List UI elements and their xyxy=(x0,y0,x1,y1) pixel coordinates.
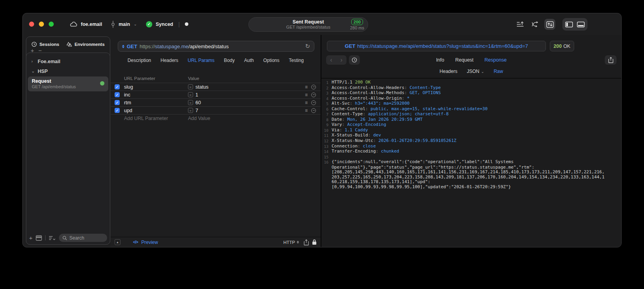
param-value[interactable]: 7 xyxy=(195,108,198,113)
line-number xyxy=(321,170,332,175)
group-foe-email[interactable]: › Foe.email xyxy=(26,56,110,66)
code-segment: Content-Type xyxy=(332,111,363,116)
request-url-bar[interactable]: GET https://statuspage.me/api/embed/stat… xyxy=(118,41,314,52)
response-tab-info[interactable]: Info xyxy=(436,57,444,63)
response-tab-request[interactable]: Request xyxy=(455,57,474,63)
url-host: statuspage.me xyxy=(155,44,188,49)
param-checkbox[interactable]: ✓ xyxy=(115,100,120,105)
tab-options[interactable]: Options xyxy=(263,58,279,63)
add-request-button[interactable]: + xyxy=(31,47,34,53)
param-name[interactable]: inc xyxy=(124,92,188,98)
minimize-window-button[interactable] xyxy=(39,22,44,27)
code-segment: : xyxy=(365,106,370,111)
response-subtab-raw[interactable]: Raw xyxy=(494,69,503,74)
tab-description[interactable]: Description xyxy=(128,58,151,63)
code-segment: Alt-Svc xyxy=(332,101,350,106)
sync-panel-button[interactable] xyxy=(544,19,555,30)
response-line: 8Date: Mon, 26 Jan 2026 20:29:59 GMT xyxy=(321,117,621,123)
param-checkbox[interactable]: ✓ xyxy=(115,108,120,113)
row-format-icon[interactable]: ≡ xyxy=(305,93,308,97)
collapse-panel-button[interactable]: ▲ xyxy=(115,239,120,245)
remove-row-icon[interactable] xyxy=(311,100,316,105)
code-segment: : xyxy=(404,85,409,90)
tab-headers[interactable]: Headers xyxy=(161,58,178,63)
tab-sessions[interactable]: Sessions xyxy=(31,42,59,47)
code-segment: : xyxy=(342,122,347,127)
param-row-actions: ≡ xyxy=(302,100,321,105)
response-line: [0,99.94,100,99.93,99.98,99.95,100],"upd… xyxy=(321,185,621,190)
url-params-table: URL Parameter Value ✓slug=status≡✓inc=1≡… xyxy=(111,74,321,122)
code-segment: 203,257,225,165,250,173,204,223,158,208,… xyxy=(332,174,604,180)
line-content: Alt-Svc: h3=":443"; ma=2592000 xyxy=(332,101,410,107)
row-format-icon[interactable]: ≡ xyxy=(305,85,308,89)
import-list-button[interactable] xyxy=(514,19,525,30)
resend-request-icon[interactable]: ↻ xyxy=(305,43,310,50)
sync-branches-button[interactable] xyxy=(529,19,540,30)
response-line: 10Via: 1.1 Caddy xyxy=(321,128,621,133)
line-content: Transfer-Encoding: chunked xyxy=(332,149,399,154)
tab-body[interactable]: Body xyxy=(224,58,235,63)
remove-row-icon[interactable] xyxy=(311,108,316,113)
line-content: {"incidents":null,"overall":{"code":"ope… xyxy=(332,160,514,165)
sync-status[interactable]: Synced xyxy=(156,22,173,27)
code-segment: : xyxy=(342,117,347,122)
cloud-icon xyxy=(70,22,77,27)
response-subtab-json-dropdown[interactable]: JSON⌄ xyxy=(467,69,484,74)
param-name[interactable]: rtm xyxy=(124,100,188,105)
group-hsp-label: HSP xyxy=(38,69,48,74)
remove-row-icon[interactable] xyxy=(311,93,316,97)
equals-badge-icon: = xyxy=(188,108,193,113)
close-window-button[interactable] xyxy=(29,22,34,27)
http-format-selector[interactable]: HTTP xyxy=(283,240,299,245)
request-url[interactable]: https://statuspage.me/api/embed/status xyxy=(140,44,229,49)
param-name[interactable]: upd xyxy=(124,108,188,113)
add-param-name-field[interactable]: Add URL Parameter xyxy=(124,116,188,121)
response-subtab-headers[interactable]: Headers xyxy=(440,69,457,74)
branch-icon xyxy=(111,21,115,28)
toolbar-divider xyxy=(45,235,46,240)
response-request-url[interactable]: GET https://statuspage.me/api/embed/stat… xyxy=(327,41,546,51)
lock-icon[interactable] xyxy=(312,239,317,245)
bottom-panel-icon xyxy=(577,22,585,27)
add-param-value-field[interactable]: Add Value xyxy=(188,116,302,121)
search-input[interactable]: Search xyxy=(59,234,107,242)
param-checkbox[interactable]: ✓ xyxy=(115,92,120,97)
sent-request-pill[interactable]: Sent Request GET /api/embed/status 200 2… xyxy=(248,17,368,32)
code-segment: Accept-Encoding xyxy=(347,122,386,127)
param-checkbox[interactable]: ✓ xyxy=(115,84,120,89)
preview-button[interactable]: Preview xyxy=(141,240,158,245)
response-share-button[interactable] xyxy=(605,55,617,65)
method-stepper-icon[interactable] xyxy=(122,45,124,48)
toggle-sidebar-button[interactable] xyxy=(563,19,575,30)
response-url-text: https://statuspage.me/api/embed/status?s… xyxy=(357,43,528,49)
code-segment: 200 OK xyxy=(355,80,371,85)
request-method[interactable]: GET xyxy=(127,44,137,49)
upload-download-box-icon xyxy=(546,21,554,28)
remove-row-icon[interactable] xyxy=(311,85,316,89)
tab-auth[interactable]: Auth xyxy=(244,58,254,63)
sort-options-button[interactable] xyxy=(49,236,56,240)
remove-request-button[interactable]: − xyxy=(38,47,42,53)
row-format-icon[interactable]: ≡ xyxy=(305,101,308,105)
zoom-window-button[interactable] xyxy=(49,22,54,27)
param-value[interactable]: status xyxy=(195,84,208,90)
export-share-button[interactable] xyxy=(304,239,309,245)
param-name[interactable]: slug xyxy=(124,84,188,90)
param-value[interactable]: 60 xyxy=(195,100,201,105)
line-number: 10 xyxy=(321,128,332,133)
project-name[interactable]: foe.email xyxy=(81,22,102,27)
tab-environments[interactable]: Environments xyxy=(66,42,105,47)
new-folder-button[interactable] xyxy=(36,235,42,241)
param-value[interactable]: 1 xyxy=(195,92,198,98)
sidebar-item-request[interactable]: Request GET /api/embed/status xyxy=(28,76,108,91)
new-item-button[interactable]: + xyxy=(29,234,33,241)
row-format-icon[interactable]: ≡ xyxy=(305,109,308,113)
tab-testing[interactable]: Testing xyxy=(289,58,304,63)
response-tab-response[interactable]: Response xyxy=(485,57,507,63)
toggle-bottom-panel-button[interactable] xyxy=(575,19,587,30)
group-hsp[interactable]: ⌄ HSP xyxy=(26,66,110,76)
tab-url-params[interactable]: URL Params xyxy=(188,58,214,63)
response-method: GET xyxy=(345,43,356,49)
response-tabs: InfoRequestResponse xyxy=(321,55,621,65)
branch-selector[interactable]: main xyxy=(119,22,130,27)
